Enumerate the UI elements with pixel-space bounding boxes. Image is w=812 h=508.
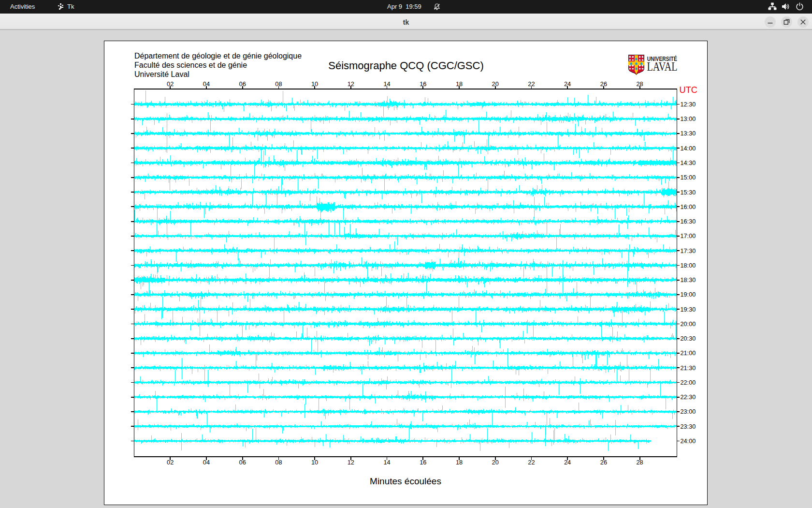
svg-text:24:00: 24:00 (681, 438, 696, 445)
svg-text:Université Laval: Université Laval (134, 70, 189, 78)
svg-text:04: 04 (203, 80, 210, 88)
svg-text:23:00: 23:00 (681, 408, 696, 415)
svg-text:17:00: 17:00 (681, 233, 696, 239)
svg-text:20:30: 20:30 (681, 335, 696, 342)
svg-text:26: 26 (600, 459, 607, 466)
svg-text:10: 10 (311, 80, 318, 88)
svg-text:22:30: 22:30 (681, 394, 696, 401)
svg-text:08: 08 (275, 80, 282, 88)
svg-text:14: 14 (383, 80, 390, 88)
svg-text:22:00: 22:00 (681, 379, 696, 386)
svg-text:22: 22 (528, 80, 535, 88)
svg-text:16:30: 16:30 (681, 218, 696, 225)
svg-text:18:30: 18:30 (681, 277, 696, 284)
svg-text:14: 14 (383, 459, 390, 466)
svg-text:16:00: 16:00 (681, 204, 696, 210)
svg-text:Séismographe QCQ (CGC/GSC): Séismographe QCQ (CGC/GSC) (328, 60, 484, 72)
svg-text:23:30: 23:30 (681, 423, 696, 430)
svg-text:15:30: 15:30 (681, 189, 696, 196)
svg-text:28: 28 (636, 80, 643, 88)
svg-text:26: 26 (600, 80, 607, 88)
svg-text:Département de géologie et de: Département de géologie et de génie géol… (134, 52, 302, 60)
svg-text:13:00: 13:00 (681, 116, 696, 122)
svg-text:20: 20 (492, 459, 499, 466)
svg-text:19:30: 19:30 (681, 306, 696, 313)
svg-text:20: 20 (492, 80, 499, 88)
svg-text:28: 28 (636, 459, 643, 466)
svg-text:Faculté des sciences et de gén: Faculté des sciences et de génie (134, 61, 247, 69)
svg-text:02: 02 (167, 459, 174, 466)
svg-text:18: 18 (456, 80, 463, 88)
svg-text:22: 22 (528, 459, 535, 466)
svg-text:19:00: 19:00 (681, 291, 696, 298)
svg-text:21:30: 21:30 (681, 365, 696, 372)
svg-text:16: 16 (420, 459, 426, 466)
svg-text:06: 06 (239, 80, 246, 88)
svg-text:10: 10 (311, 459, 318, 466)
svg-text:14:00: 14:00 (681, 145, 696, 152)
svg-text:Minutes écoulées: Minutes écoulées (370, 476, 441, 486)
svg-text:02: 02 (167, 80, 174, 88)
svg-text:17:30: 17:30 (681, 248, 696, 254)
svg-text:08: 08 (275, 459, 282, 466)
svg-text:24: 24 (564, 459, 571, 466)
svg-text:06: 06 (239, 459, 246, 466)
svg-text:21:00: 21:00 (681, 350, 696, 357)
svg-text:12:30: 12:30 (681, 101, 696, 108)
svg-text:15:00: 15:00 (681, 174, 696, 181)
svg-text:24: 24 (564, 80, 571, 88)
svg-text:18: 18 (456, 459, 463, 466)
svg-text:12: 12 (348, 459, 354, 466)
svg-text:UTC: UTC (680, 85, 697, 95)
svg-text:12: 12 (348, 80, 354, 88)
svg-text:18:00: 18:00 (681, 262, 696, 269)
svg-text:20:00: 20:00 (681, 321, 696, 328)
svg-text:LAVAL: LAVAL (647, 60, 678, 73)
svg-text:16: 16 (420, 80, 426, 88)
svg-text:14:30: 14:30 (681, 160, 696, 166)
svg-text:04: 04 (203, 459, 210, 466)
svg-text:13:30: 13:30 (681, 130, 696, 137)
